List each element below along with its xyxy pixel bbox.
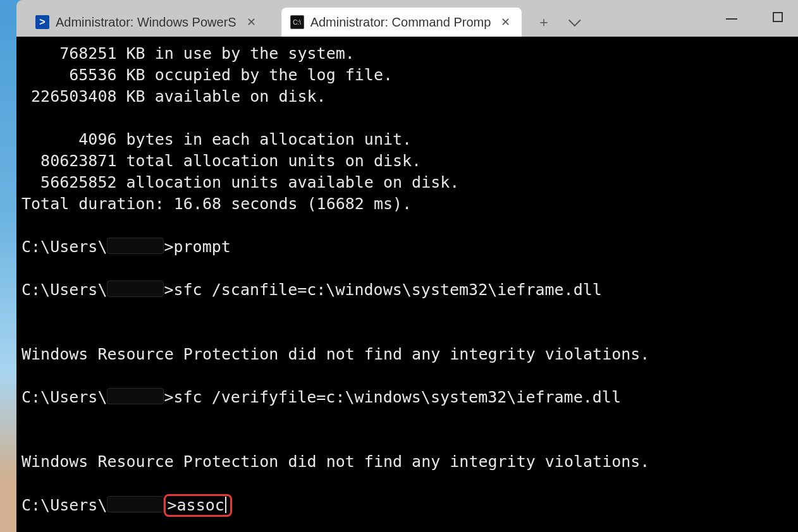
terminal-window: > Administrator: Windows PowerS ✕ C:\ Ad… <box>16 0 798 532</box>
output-line: 65536 KB occupied by the log file. <box>21 66 393 84</box>
prompt-path: C:\Users\ <box>21 238 107 256</box>
prompt-path: C:\Users\ <box>21 388 107 406</box>
close-tab-icon[interactable]: ✕ <box>497 15 514 29</box>
tab-dropdown-button[interactable] <box>568 14 577 30</box>
command-text: >sfc /verifyfile=c:\windows\system32\ief… <box>164 388 620 406</box>
redacted-username <box>107 496 164 512</box>
output-line: 56625852 allocation units available on d… <box>21 173 459 191</box>
output-line: Windows Resource Protection did not find… <box>21 345 649 363</box>
output-line: Total duration: 16.68 seconds (16682 ms)… <box>21 195 412 213</box>
titlebar: > Administrator: Windows PowerS ✕ C:\ Ad… <box>16 0 798 37</box>
tab-cmd[interactable]: C:\ Administrator: Command Promp ✕ <box>281 8 522 37</box>
output-line: 80623871 total allocation units on disk. <box>21 152 421 170</box>
powershell-icon: > <box>35 15 49 29</box>
redacted-username <box>107 281 164 297</box>
highlighted-command: >assoc <box>164 494 231 517</box>
output-line: 226503408 KB available on disk. <box>21 87 326 106</box>
minimize-button[interactable] <box>726 12 737 25</box>
command-text: >prompt <box>164 238 230 256</box>
output-line: 768251 KB in use by the system. <box>21 44 355 63</box>
window-controls <box>726 0 798 37</box>
output-line: Windows Resource Protection did not find… <box>21 452 649 471</box>
cmd-icon: C:\ <box>290 15 304 29</box>
command-text: assoc <box>177 496 224 514</box>
redacted-username <box>107 238 164 254</box>
maximize-button[interactable] <box>773 12 783 25</box>
tab-strip: > Administrator: Windows PowerS ✕ C:\ Ad… <box>27 8 522 37</box>
output-line: 4096 bytes in each allocation unit. <box>21 130 412 148</box>
new-tab-button[interactable]: ＋ <box>537 13 551 32</box>
tab-title: Administrator: Command Promp <box>310 15 491 30</box>
tab-title: Administrator: Windows PowerS <box>56 15 236 30</box>
prompt-path: C:\Users\ <box>21 281 107 299</box>
tab-powershell[interactable]: > Administrator: Windows PowerS ✕ <box>27 8 267 37</box>
chevron-down-icon <box>568 14 581 27</box>
command-text: >sfc /scanfile=c:\windows\system32\iefra… <box>164 281 601 299</box>
tab-actions: ＋ <box>537 8 577 37</box>
terminal-output[interactable]: 768251 KB in use by the system. 65536 KB… <box>16 37 798 532</box>
redacted-username <box>107 388 164 404</box>
prompt-path: C:\Users\ <box>21 496 107 514</box>
text-cursor <box>225 497 226 513</box>
close-tab-icon[interactable]: ✕ <box>243 15 260 29</box>
